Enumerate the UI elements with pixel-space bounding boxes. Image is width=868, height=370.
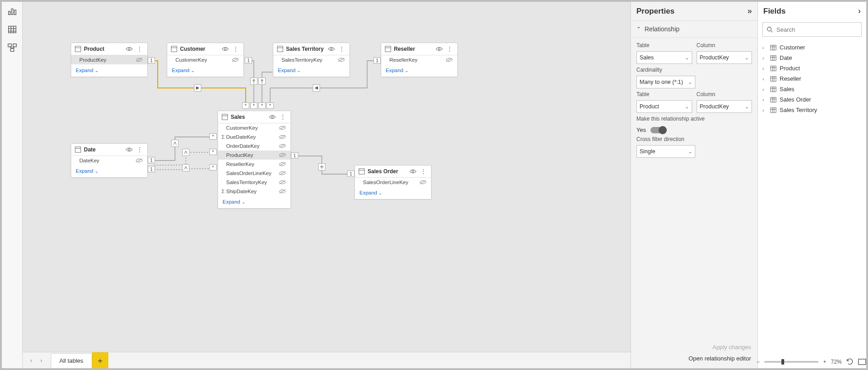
hide-icon[interactable] — [279, 152, 286, 158]
table-menu-icon[interactable]: ⋮ — [136, 46, 144, 52]
field-row[interactable]: ResellerKey — [381, 55, 457, 64]
hide-icon[interactable] — [419, 180, 427, 185]
field-row[interactable]: SalesOrderLineKey — [355, 178, 431, 187]
search-input[interactable] — [776, 26, 858, 34]
hide-icon[interactable] — [279, 170, 286, 176]
field-table-sales-order[interactable]: ›Sales Order — [761, 94, 863, 105]
hide-icon[interactable] — [279, 180, 286, 185]
visibility-icon[interactable] — [269, 114, 276, 120]
select-cross-filter[interactable]: Single⌄ — [636, 145, 695, 158]
field-row[interactable]: ResellerKey — [218, 160, 291, 169]
field-row[interactable]: OrderDateKey — [218, 141, 291, 151]
hide-icon[interactable] — [279, 189, 286, 194]
hide-icon[interactable] — [446, 57, 453, 63]
table-title: Sales — [231, 114, 266, 120]
table-menu-icon[interactable]: ⋮ — [446, 46, 454, 52]
expand-link[interactable]: Expand⌄ — [76, 68, 98, 73]
table-product[interactable]: Product ⋮ ProductKey Expand⌄ — [71, 43, 148, 77]
rel-direction-icon — [250, 78, 257, 85]
expand-link[interactable]: Expand⌄ — [278, 68, 301, 73]
table-date[interactable]: Date ⋮ DateKey Expand⌄ — [71, 143, 148, 178]
tab-prev-icon[interactable]: ‹ — [26, 357, 36, 364]
hide-icon[interactable] — [279, 143, 286, 149]
expand-link[interactable]: Expand⌄ — [172, 68, 194, 73]
active-toggle[interactable] — [650, 127, 666, 133]
visibility-icon[interactable] — [436, 46, 443, 52]
hide-icon[interactable] — [136, 57, 143, 63]
visibility-icon[interactable] — [222, 46, 229, 52]
table-menu-icon[interactable]: ⋮ — [232, 46, 240, 52]
table-sales[interactable]: Sales ⋮ CustomerKey ΣDueDateKey OrderDat… — [218, 111, 291, 209]
field-row[interactable]: SalesTerritoryKey — [218, 178, 291, 187]
field-row[interactable]: SalesOrderLineKey — [218, 169, 291, 178]
table-menu-icon[interactable]: ⋮ — [136, 146, 144, 153]
collapse-icon[interactable]: » — [747, 6, 752, 16]
hide-icon[interactable] — [279, 134, 286, 140]
select-table-1[interactable]: Sales⌄ — [636, 51, 692, 64]
hide-icon[interactable] — [338, 57, 345, 63]
field-row[interactable]: CustomerKey — [218, 123, 291, 132]
table-menu-icon[interactable]: ⋮ — [338, 46, 346, 52]
tab-all-tables[interactable]: All tables — [51, 353, 92, 368]
table-sales-order[interactable]: Sales Order ⋮ SalesOrderLineKey Expand⌄ — [354, 165, 432, 200]
expand-icon[interactable]: › — [858, 6, 861, 16]
table-icon — [770, 44, 777, 51]
table-icon — [277, 46, 283, 52]
open-relationship-editor-link[interactable]: Open relationship editor — [637, 355, 751, 362]
field-row[interactable]: ProductKey — [218, 151, 291, 160]
hide-icon[interactable] — [279, 125, 286, 131]
field-row[interactable]: SalesTerritoryKey — [273, 55, 349, 64]
fullscreen-icon[interactable] — [858, 359, 866, 365]
expand-link[interactable]: Expand⌄ — [223, 199, 245, 204]
visibility-icon[interactable] — [126, 146, 133, 153]
expand-link[interactable]: Expand⌄ — [76, 168, 98, 174]
table-icon — [359, 168, 365, 175]
hide-icon[interactable] — [279, 161, 286, 167]
field-table-sales[interactable]: ›Sales — [761, 84, 863, 94]
model-view-icon[interactable] — [7, 43, 17, 53]
report-view-icon[interactable] — [7, 6, 17, 16]
hide-icon[interactable] — [232, 57, 239, 63]
fields-search[interactable] — [762, 22, 862, 37]
add-tab-button[interactable]: ＋ — [92, 352, 108, 368]
field-table-reseller[interactable]: ›Reseller — [761, 73, 863, 84]
table-sales-territory[interactable]: Sales Territory ⋮ SalesTerritoryKey Expa… — [273, 43, 350, 77]
visibility-icon[interactable] — [328, 46, 335, 52]
hide-icon[interactable] — [136, 158, 143, 163]
model-canvas[interactable]: 1 * 1 * * 1 1 * 1 * 1 * * 1 1 — [23, 2, 630, 352]
field-row[interactable]: ΣDueDateKey — [218, 132, 291, 141]
expand-link[interactable]: Expand⌄ — [386, 68, 408, 73]
data-view-icon[interactable] — [7, 24, 17, 34]
zoom-out-icon[interactable]: − — [756, 359, 760, 365]
section-relationship[interactable]: ⌃ Relationship — [631, 21, 757, 38]
zoom-slider[interactable] — [764, 361, 819, 363]
select-table-2[interactable]: Product⌄ — [636, 100, 692, 113]
tab-next-icon[interactable]: › — [36, 357, 46, 364]
visibility-icon[interactable] — [126, 46, 133, 52]
select-cardinality[interactable]: Many to one (*:1)⌄ — [636, 76, 695, 88]
table-icon — [770, 107, 777, 113]
svg-rect-17 — [171, 46, 177, 52]
table-reseller[interactable]: Reseller ⋮ ResellerKey Expand⌄ — [381, 43, 458, 77]
select-column-1[interactable]: ProductKey⌄ — [697, 51, 752, 64]
visibility-icon[interactable] — [409, 168, 417, 175]
expand-link[interactable]: Expand⌄ — [359, 190, 382, 195]
field-table-product[interactable]: ›Product — [761, 63, 863, 73]
field-row[interactable]: CustomerKey — [167, 55, 243, 64]
table-menu-icon[interactable]: ⋮ — [419, 168, 427, 175]
field-table-customer[interactable]: ›Customer — [761, 42, 863, 53]
field-table-date[interactable]: ›Date — [761, 53, 863, 63]
svg-rect-21 — [277, 46, 283, 52]
fit-to-page-icon[interactable] — [846, 358, 853, 365]
zoom-in-icon[interactable]: + — [823, 359, 826, 365]
chevron-right-icon: › — [762, 55, 767, 61]
chevron-right-icon: › — [762, 76, 767, 82]
svg-rect-2 — [14, 10, 16, 15]
table-customer[interactable]: Customer ⋮ CustomerKey Expand⌄ — [167, 43, 244, 77]
field-row[interactable]: ProductKey — [71, 55, 147, 64]
field-row[interactable]: ΣShipDateKey — [218, 187, 291, 196]
select-column-2[interactable]: ProductKey⌄ — [697, 100, 752, 113]
field-row[interactable]: DateKey — [71, 156, 147, 165]
field-table-sales-territory[interactable]: ›Sales Territory — [761, 105, 863, 115]
table-menu-icon[interactable]: ⋮ — [279, 114, 287, 120]
